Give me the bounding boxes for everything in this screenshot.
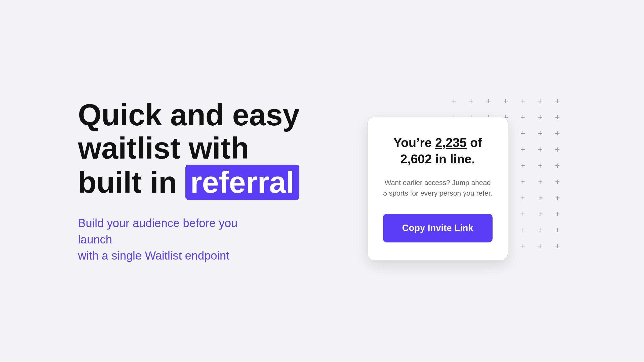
position-display: You’re 2,235 of 2,602 in line. — [383, 135, 493, 167]
decoration-dot: + — [549, 173, 566, 190]
left-section: Quick and easy waitlist with built in re… — [78, 98, 304, 264]
decoration-dot: + — [549, 222, 566, 238]
headline-highlight: referral — [185, 165, 300, 200]
right-section: ++++++++++++++++++++++++++++++++++++++++… — [340, 93, 566, 269]
subtitle-line2: with a single Waitlist endpoint — [78, 249, 229, 262]
decoration-dot: + — [549, 190, 566, 206]
decoration-dot: + — [514, 109, 532, 125]
decoration-dot: + — [549, 238, 566, 254]
subtitle: Build your audience before you launch wi… — [78, 215, 274, 264]
decoration-dot: + — [514, 141, 532, 157]
position-prefix: You’re — [393, 136, 435, 150]
card-description: Want earlier access? Jump ahead 5 sports… — [383, 177, 493, 199]
headline-line1: Quick and easy — [78, 98, 299, 132]
decoration-dot: + — [549, 93, 566, 109]
decoration-dot: + — [514, 238, 532, 254]
decoration-dot: + — [514, 173, 532, 190]
decoration-dot: + — [463, 93, 480, 109]
decoration-dot: + — [532, 222, 549, 238]
headline-line3-prefix: built in — [78, 165, 185, 199]
position-number: 2,235 — [435, 136, 467, 150]
decoration-dot: + — [532, 238, 549, 254]
decoration-dot: + — [514, 206, 532, 222]
subtitle-line1: Build your audience before you launch — [78, 216, 237, 246]
decoration-dot: + — [532, 190, 549, 206]
position-suffix: of — [467, 136, 482, 150]
decoration-dot: + — [514, 157, 532, 173]
headline-line2: waitlist with — [78, 131, 249, 165]
decoration-dot: + — [532, 141, 549, 157]
decoration-dot: + — [514, 93, 532, 109]
decoration-dot: + — [532, 206, 549, 222]
decoration-dot: + — [514, 125, 532, 141]
decoration-dot: + — [514, 190, 532, 206]
waitlist-card: You’re 2,235 of 2,602 in line. Want earl… — [367, 117, 508, 261]
decoration-dot: + — [549, 141, 566, 157]
total-line: 2,602 in line. — [400, 152, 475, 166]
decoration-dot: + — [480, 93, 497, 109]
decoration-dot: + — [532, 125, 549, 141]
copy-invite-button[interactable]: Copy Invite Link — [383, 214, 493, 242]
decoration-dot: + — [532, 173, 549, 190]
decoration-dot: + — [549, 125, 566, 141]
decoration-dot: + — [549, 109, 566, 125]
decoration-dot: + — [549, 157, 566, 173]
main-container: Quick and easy waitlist with built in re… — [58, 93, 586, 269]
decoration-dot: + — [532, 157, 549, 173]
decoration-dot: + — [445, 93, 463, 109]
main-headline: Quick and easy waitlist with built in re… — [78, 98, 304, 200]
decoration-dot: + — [514, 222, 532, 238]
decoration-dot: + — [549, 206, 566, 222]
decoration-dot: + — [532, 93, 549, 109]
decoration-dot: + — [497, 93, 514, 109]
decoration-dot: + — [532, 109, 549, 125]
